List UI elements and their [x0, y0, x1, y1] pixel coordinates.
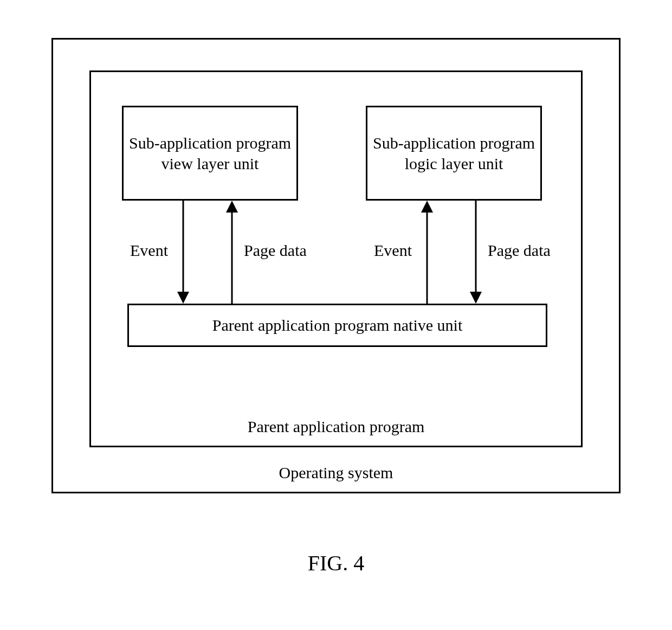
operating-system-label: Operating system	[51, 464, 621, 482]
view-layer-unit-box: Sub-application program view layer unit	[122, 106, 298, 201]
arrow-event-right-icon	[419, 201, 435, 304]
logic-layer-unit-box: Sub-application program logic layer unit	[366, 106, 542, 201]
parent-application-label: Parent application program	[89, 417, 583, 436]
view-layer-unit-label: Sub-application program view layer unit	[128, 133, 292, 173]
parent-native-unit-label: Parent application program native unit	[212, 316, 463, 335]
svg-marker-7	[470, 292, 482, 304]
svg-marker-3	[226, 201, 238, 213]
pagedata-label-left: Page data	[244, 241, 307, 260]
arrow-pagedata-right-icon	[468, 201, 484, 304]
arrow-pagedata-left-icon	[224, 201, 240, 304]
pagedata-label-right: Page data	[488, 241, 551, 260]
event-label-right: Event	[374, 241, 412, 260]
parent-native-unit-box: Parent application program native unit	[127, 304, 547, 347]
event-label-left: Event	[130, 241, 168, 260]
logic-layer-unit-label: Sub-application program logic layer unit	[372, 133, 536, 173]
arrow-event-left-icon	[175, 201, 191, 304]
svg-marker-1	[177, 292, 189, 304]
svg-marker-5	[421, 201, 433, 213]
figure-caption: FIG. 4	[0, 550, 672, 576]
